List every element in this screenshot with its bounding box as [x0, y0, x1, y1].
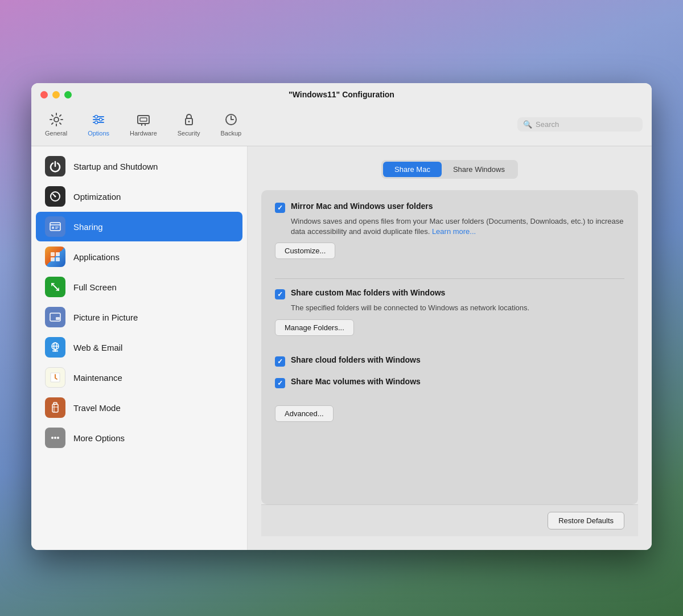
mac-volumes-row: ✓ Share Mac volumes with Windows [275, 377, 624, 388]
mirror-checkbox[interactable]: ✓ [275, 203, 285, 213]
sidebar-item-maintenance[interactable]: Maintenance [36, 363, 242, 392]
cloud-folders-section: ✓ Share cloud folders with Windows [275, 355, 624, 367]
svg-rect-19 [55, 227, 59, 228]
sidebar-item-fullscreen[interactable]: Full Screen [36, 272, 242, 302]
cloud-folders-row: ✓ Share cloud folders with Windows [275, 355, 624, 367]
minimize-button[interactable] [52, 91, 60, 98]
sharing-label: Sharing [73, 222, 103, 232]
svg-rect-16 [50, 223, 60, 231]
mac-volumes-section: ✓ Share Mac volumes with Windows [275, 377, 624, 388]
svg-point-12 [188, 121, 190, 122]
svg-point-15 [55, 196, 56, 198]
mirror-desc: Windows saves and opens files from your … [291, 216, 624, 237]
fullscreen-label: Full Screen [73, 282, 117, 292]
custom-folders-row: ✓ Share custom Mac folders with Windows [275, 288, 624, 299]
svg-rect-20 [55, 228, 57, 229]
toolbar-item-security[interactable]: Security [173, 109, 205, 139]
maintenance-label: Maintenance [73, 373, 122, 383]
more-label: More Options [73, 433, 125, 443]
toolbar-item-hardware[interactable]: Hardware [125, 109, 162, 139]
sidebar: Startup and Shutdown Optimization [31, 146, 248, 550]
maintenance-icon [45, 367, 65, 388]
toolbar-items: General Options [40, 109, 517, 139]
hardware-icon [135, 112, 151, 128]
mac-volumes-title: Share Mac volumes with Windows [291, 377, 421, 386]
speedometer-icon [45, 186, 65, 207]
close-button[interactable] [40, 91, 48, 98]
mac-volumes-checkbox[interactable]: ✓ [275, 378, 285, 388]
applications-label: Applications [73, 252, 120, 262]
maximize-button[interactable] [64, 91, 72, 98]
custom-folders-title: Share custom Mac folders with Windows [291, 288, 445, 297]
title-bar: "Windows11" Configuration General [31, 83, 652, 146]
cloud-folders-checkbox[interactable]: ✓ [275, 356, 285, 367]
svg-rect-23 [51, 257, 55, 261]
fullscreen-icon [45, 277, 65, 297]
pip-icon [45, 307, 65, 327]
search-bar: 🔍 [517, 117, 643, 132]
startup-label: Startup and Shutdown [73, 162, 158, 171]
sidebar-item-pip[interactable]: Picture in Picture [36, 302, 242, 332]
options-icon [90, 112, 106, 128]
custom-folders-checkbox[interactable]: ✓ [275, 289, 285, 299]
svg-point-4 [95, 116, 98, 118]
manage-folders-button[interactable]: Manage Folders... [275, 319, 354, 336]
hardware-label: Hardware [130, 130, 157, 137]
content-panel: Share Mac Share Windows ✓ Mirror Mac and… [248, 146, 652, 550]
sidebar-item-web[interactable]: Web & Email [36, 332, 242, 362]
window-controls [40, 91, 72, 98]
sidebar-item-travel[interactable]: Travel Mode [36, 393, 242, 422]
toolbar-item-backup[interactable]: Backup [216, 109, 246, 139]
svg-rect-36 [54, 403, 57, 404]
svg-rect-27 [56, 317, 60, 320]
advanced-button[interactable]: Advanced... [275, 405, 334, 422]
tab-share-windows[interactable]: Share Windows [442, 162, 516, 177]
backup-icon [223, 112, 239, 128]
svg-rect-34 [52, 404, 58, 412]
mirror-section: ✓ Mirror Mac and Windows user folders Wi… [275, 202, 624, 268]
backup-label: Backup [221, 130, 242, 137]
sidebar-item-applications[interactable]: Applications [36, 242, 242, 272]
security-icon [181, 112, 197, 128]
web-icon [45, 337, 65, 358]
toolbar: General Options [40, 105, 643, 146]
svg-point-6 [95, 121, 98, 124]
more-icon [45, 428, 65, 448]
power-icon [45, 156, 65, 176]
toolbar-item-general[interactable]: General [40, 109, 72, 139]
sidebar-item-startup[interactable]: Startup and Shutdown [36, 151, 242, 181]
general-icon [48, 112, 64, 128]
separator-1 [275, 278, 624, 279]
custom-folders-desc: The specified folders will be connected … [291, 303, 624, 313]
toolbar-item-options[interactable]: Options [83, 109, 114, 139]
svg-point-38 [51, 437, 54, 439]
main-window: "Windows11" Configuration General [31, 83, 652, 550]
travel-label: Travel Mode [73, 403, 121, 413]
search-icon: 🔍 [523, 120, 532, 129]
sharing-content-area: ✓ Mirror Mac and Windows user folders Wi… [261, 190, 638, 504]
travel-icon [45, 397, 65, 418]
customize-button[interactable]: Customize... [275, 243, 335, 259]
tab-switcher: Share Mac Share Windows [381, 160, 518, 179]
learn-more-link[interactable]: Learn more... [432, 227, 476, 236]
general-label: General [45, 130, 67, 137]
svg-rect-21 [51, 252, 55, 256]
sidebar-item-optimization[interactable]: Optimization [36, 182, 242, 211]
cloud-folders-title: Share cloud folders with Windows [291, 355, 421, 364]
sidebar-item-more[interactable]: More Options [36, 423, 242, 453]
restore-defaults-button[interactable]: Restore Defaults [548, 512, 624, 529]
svg-rect-18 [52, 227, 54, 229]
svg-point-5 [100, 118, 102, 121]
svg-rect-22 [56, 252, 60, 256]
svg-point-39 [54, 437, 56, 439]
search-input[interactable] [536, 120, 637, 129]
svg-point-0 [54, 117, 59, 122]
web-label: Web & Email [73, 343, 122, 352]
custom-folders-section: ✓ Share custom Mac folders with Windows … [275, 288, 624, 344]
sidebar-item-sharing[interactable]: Sharing [36, 212, 242, 241]
window-title: "Windows11" Configuration [289, 90, 394, 99]
pip-label: Picture in Picture [73, 313, 138, 322]
tab-share-mac[interactable]: Share Mac [383, 162, 442, 177]
svg-point-40 [57, 437, 59, 439]
svg-rect-24 [56, 257, 60, 261]
